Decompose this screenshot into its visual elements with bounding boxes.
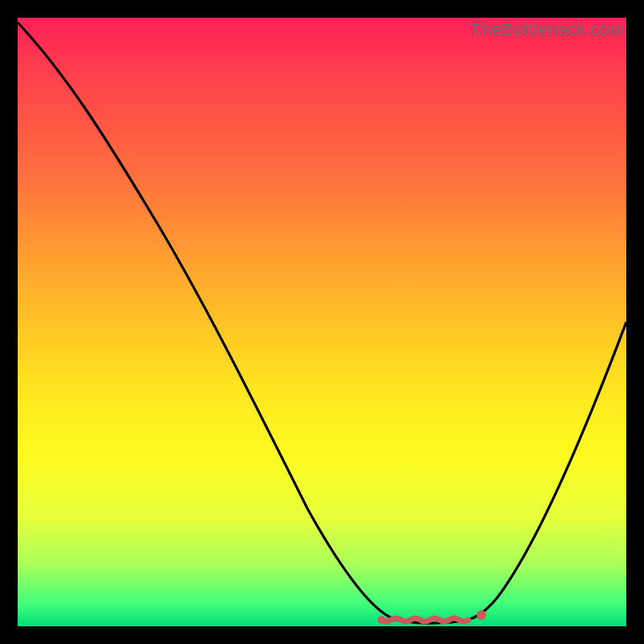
flat-zone-marker [382, 618, 469, 621]
curve-path [18, 23, 626, 623]
watermark-text: TheBottleneck.com [470, 19, 625, 40]
flat-zone-end-dot [477, 610, 486, 620]
chart-frame: TheBottleneck.com [0, 0, 644, 644]
chart-plot-area [18, 18, 626, 626]
bottleneck-curve [18, 18, 626, 626]
flat-zone-start-dot [378, 616, 386, 624]
